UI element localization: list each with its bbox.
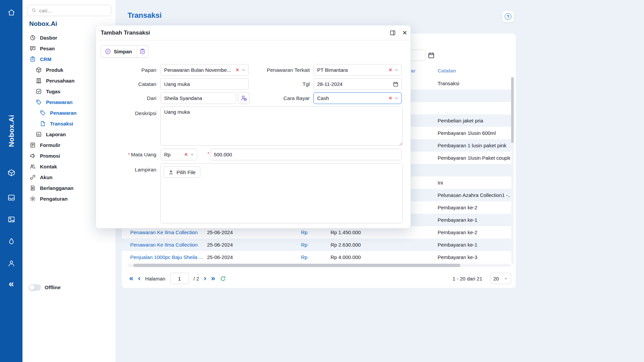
building-icon (36, 77, 42, 84)
megaphone-icon (30, 153, 36, 159)
catatan-cell: Pembayaran ke-2 (438, 201, 510, 214)
close-icon[interactable]: ✕ (401, 29, 409, 37)
vertical-brand: Nobox.Ai (7, 115, 15, 147)
penawaran-terkait-select[interactable]: PT Bimantara ✕ (313, 64, 402, 76)
horizontal-scrollbar[interactable] (128, 264, 511, 267)
pagination-bar: « ‹ Halaman / 2 › » 1 - 20 dari 21 20 (122, 272, 516, 285)
papan-label: Papan (96, 64, 156, 76)
catatan-cell (438, 90, 510, 102)
save-button[interactable]: Simpan (101, 46, 137, 57)
cara-bayar-value: Cash (317, 95, 387, 101)
inbox-icon[interactable] (7, 194, 15, 202)
sidebar-item-label: Laporan (46, 132, 66, 137)
clipboard-icon (30, 56, 36, 62)
date-cell: 25-06-2024 (207, 239, 267, 251)
search-icon (31, 8, 37, 13)
lampiran-dropzone[interactable]: Pilih File (160, 163, 403, 223)
clipboard-check-icon (139, 48, 146, 55)
vertical-scrollbar-thumb[interactable] (511, 77, 514, 143)
calendar-icon[interactable] (393, 81, 399, 87)
clear-icon[interactable]: ✕ (389, 96, 392, 101)
image-icon[interactable] (7, 215, 15, 223)
date-cell: 25-06-2024 (207, 251, 267, 263)
task-icon (36, 88, 42, 95)
sidebar-item-label: Pesan (40, 46, 55, 51)
required-asterisk: * (207, 149, 209, 160)
offline-toggle[interactable] (29, 284, 41, 291)
form-icon (30, 142, 36, 148)
tag-icon (40, 110, 46, 116)
tag-icon (36, 99, 42, 105)
next-page-icon[interactable]: › (204, 275, 206, 282)
sidebar-item-label: Pengaturan (40, 196, 68, 202)
transaction-link[interactable]: Penjualan 1000pc Baju Sheila ... (130, 251, 207, 263)
last-page-icon[interactable]: » (211, 275, 215, 282)
deskripsi-label: Deskripsi (96, 107, 156, 119)
catatan-cell: Pembelian jaket pria (438, 114, 510, 127)
profile-icon[interactable] (7, 259, 15, 267)
tgl-field[interactable]: 28-11-2024 (313, 78, 402, 90)
prev-page-icon[interactable]: ‹ (138, 275, 140, 282)
catatan-cell: Ini (438, 176, 510, 189)
pilih-file-button[interactable]: Pilih File (163, 166, 200, 178)
catatan-cell (438, 102, 510, 114)
currency-cell: Rp (301, 251, 321, 263)
box-icon (36, 67, 42, 73)
catatan-cell: Pembayaran 1lusin 600ml (438, 127, 510, 139)
tgl-value: 28-11-2024 (317, 81, 391, 87)
collapse-sidebar-icon[interactable]: « (9, 279, 14, 289)
sidebar-item-label: Penawaran (46, 99, 72, 105)
cara-bayar-select[interactable]: Cash ✕ (313, 92, 402, 104)
horizontal-scrollbar-thumb[interactable] (133, 264, 460, 267)
vertical-scrollbar[interactable] (511, 77, 514, 264)
refresh-icon[interactable] (220, 275, 226, 282)
dashboard-icon (30, 35, 36, 41)
deskripsi-textarea[interactable]: Uang muka (160, 106, 403, 146)
subscription-icon (30, 185, 36, 191)
jumlah-input[interactable] (210, 149, 402, 160)
sidebar-brand: Nobox.Ai (29, 20, 57, 28)
page-size-select[interactable]: 20 (490, 273, 511, 284)
search-input[interactable] (39, 8, 108, 13)
toggle-knob (29, 285, 35, 290)
calendar-icon[interactable] (428, 52, 435, 59)
ink-drop-icon[interactable] (7, 237, 15, 245)
amount-cell: Rp 2.630.000 (331, 239, 398, 251)
link-icon (30, 174, 36, 180)
nobox-logo-icon[interactable] (7, 169, 15, 177)
sidebar-item-label: Kontak (40, 164, 57, 169)
transaction-link[interactable]: Penawaran Ke Ilma Collection (130, 239, 207, 251)
table-row[interactable]: Penjualan 1000pc Baju Sheila ...25-06-20… (122, 251, 511, 263)
cara-bayar-label: Cara Bayar (197, 92, 310, 104)
column-header-bayar[interactable]: ar (411, 64, 415, 77)
total-pages-label: / 2 (194, 276, 199, 281)
sidebar-item-label: Formulir (40, 142, 60, 148)
chevron-down-icon (394, 68, 399, 72)
upload-icon (168, 169, 174, 175)
save-and-note-button[interactable] (137, 46, 148, 57)
sidebar-item-label: Dasbor (40, 35, 57, 41)
clear-icon[interactable]: ✕ (389, 67, 392, 72)
sidebar-item-label: Berlangganan (40, 185, 73, 191)
sidebar-item-label: Produk (46, 67, 63, 73)
help-button[interactable]: ? (502, 11, 514, 22)
catatan-cell: Pembayaran ke-2 (438, 226, 510, 239)
page-number-input[interactable] (170, 273, 189, 284)
table-row[interactable]: Penawaran Ke Ilma Collection25-06-2024Rp… (122, 239, 511, 251)
chart-icon (36, 131, 42, 138)
save-split-button: Simpan (101, 45, 148, 58)
first-page-icon[interactable]: « (129, 275, 133, 282)
mata-uang-select[interactable]: Rp ✕ (160, 149, 197, 160)
amount-cell: Rp 4.000.000 (331, 251, 398, 263)
modal-header: Tambah Transaksi ✕ (96, 25, 410, 40)
catatan-cell: Pembayaran ke-1 (438, 214, 510, 226)
dari-label: Dari (96, 92, 156, 104)
column-header-catatan[interactable]: Catatan (438, 64, 456, 77)
catatan-label: Catatan (96, 78, 156, 90)
maximize-icon[interactable] (389, 30, 396, 36)
sidebar-search[interactable] (28, 5, 111, 16)
home-icon[interactable] (7, 8, 15, 16)
catatan-cell: Pembayaran ke-3 (438, 251, 510, 263)
clear-icon[interactable]: ✕ (184, 152, 188, 157)
tgl-label: Tgl (197, 78, 310, 90)
